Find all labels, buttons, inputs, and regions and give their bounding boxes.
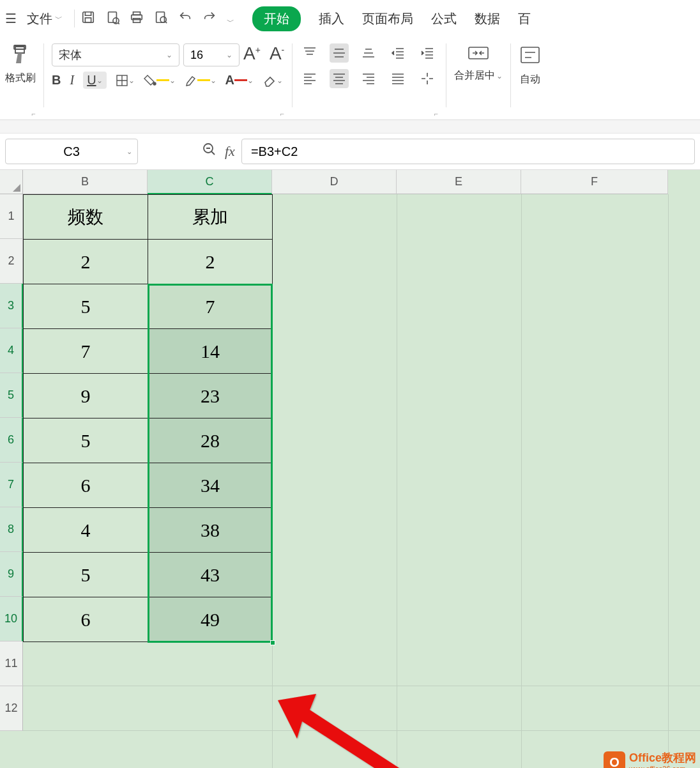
tab-formula[interactable]: 公式 bbox=[431, 10, 457, 27]
eraser-button[interactable]: ⌄ bbox=[262, 73, 283, 88]
fill-color-button[interactable]: ⌄ bbox=[144, 74, 176, 87]
file-menu[interactable]: 文件 ﹀ bbox=[22, 8, 68, 30]
fill-handle[interactable] bbox=[270, 640, 275, 645]
row-header[interactable]: 7 bbox=[0, 463, 23, 507]
align-top-icon[interactable] bbox=[300, 43, 319, 63]
dialog-launcher-icon[interactable]: ⌐ bbox=[32, 110, 36, 118]
dialog-launcher-icon[interactable]: ⌐ bbox=[280, 110, 284, 118]
cell[interactable]: 累加 bbox=[148, 195, 273, 240]
cell[interactable]: 4 bbox=[24, 508, 148, 553]
redo-icon[interactable] bbox=[202, 10, 217, 27]
svg-point-11 bbox=[153, 82, 156, 85]
ribbon-tabs: 开始 插入 页面布局 公式 数据 百 bbox=[252, 6, 531, 31]
cell[interactable]: 9 bbox=[24, 374, 148, 419]
wrap-text-icon[interactable] bbox=[519, 43, 542, 69]
svg-rect-13 bbox=[521, 47, 539, 63]
column-headers: B C D E F bbox=[23, 170, 668, 194]
tab-layout[interactable]: 页面布局 bbox=[362, 10, 413, 27]
cell[interactable]: 28 bbox=[148, 419, 273, 463]
spreadsheet-grid[interactable]: B C D E F 1 2 3 4 5 6 7 8 9 10 11 12 频数累… bbox=[0, 170, 700, 768]
undo-icon[interactable] bbox=[178, 10, 192, 27]
tab-start[interactable]: 开始 bbox=[252, 6, 301, 31]
row-header[interactable]: 2 bbox=[0, 239, 23, 284]
cell[interactable]: 14 bbox=[148, 329, 273, 374]
format-painter-icon[interactable] bbox=[9, 43, 32, 69]
bold-button[interactable]: B bbox=[52, 73, 61, 88]
cell[interactable]: 5 bbox=[24, 284, 148, 329]
cell[interactable]: 34 bbox=[148, 463, 273, 508]
cell[interactable]: 5 bbox=[24, 553, 148, 597]
distribute-icon[interactable] bbox=[388, 69, 407, 88]
cell[interactable]: 频数 bbox=[24, 195, 148, 240]
name-box[interactable]: C3 ⌄ bbox=[5, 139, 138, 164]
cell-active[interactable]: 7 bbox=[148, 284, 273, 329]
row-header[interactable]: 11 bbox=[0, 641, 23, 686]
print-preview-icon[interactable] bbox=[105, 10, 119, 27]
cell[interactable]: 23 bbox=[148, 374, 273, 419]
wrap-text-label: 自动 bbox=[520, 73, 540, 86]
orientation-icon[interactable] bbox=[418, 69, 437, 88]
save-icon[interactable] bbox=[81, 10, 95, 27]
row-header[interactable]: 8 bbox=[0, 507, 23, 552]
divider bbox=[74, 10, 75, 27]
zoom-icon[interactable] bbox=[202, 142, 217, 161]
col-header-e[interactable]: E bbox=[397, 170, 521, 194]
highlight-button[interactable]: ⌄ bbox=[185, 74, 217, 87]
tab-data[interactable]: 数据 bbox=[475, 10, 500, 27]
increase-indent-icon[interactable] bbox=[418, 43, 437, 63]
align-left-icon[interactable] bbox=[300, 69, 319, 88]
dialog-launcher-icon[interactable]: ⌐ bbox=[434, 110, 438, 118]
row-header[interactable]: 9 bbox=[0, 552, 23, 597]
cell[interactable]: 5 bbox=[24, 419, 148, 463]
align-bottom-icon[interactable] bbox=[359, 43, 378, 63]
col-header-f[interactable]: F bbox=[521, 170, 668, 194]
fx-icon[interactable]: fx bbox=[225, 143, 235, 160]
select-all-corner[interactable] bbox=[0, 170, 23, 194]
cell[interactable]: 7 bbox=[24, 329, 148, 374]
cell[interactable]: 38 bbox=[148, 508, 273, 553]
watermark-title: Office教程网 bbox=[629, 752, 696, 765]
row-header[interactable]: 12 bbox=[0, 686, 23, 731]
decrease-font-icon[interactable]: A- bbox=[270, 43, 284, 66]
col-header-d[interactable]: D bbox=[272, 170, 397, 194]
merge-center-icon[interactable] bbox=[468, 43, 489, 65]
font-size-select[interactable]: 16 ⌄ bbox=[183, 43, 240, 66]
row-header[interactable]: 1 bbox=[0, 194, 23, 239]
cell[interactable]: 6 bbox=[24, 463, 148, 508]
cell[interactable]: 2 bbox=[24, 240, 148, 284]
hamburger-icon[interactable]: ☰ bbox=[5, 11, 17, 26]
align-center-icon[interactable] bbox=[330, 69, 349, 88]
cell[interactable]: 49 bbox=[148, 597, 273, 642]
row-header[interactable]: 10 bbox=[0, 597, 23, 641]
row-header[interactable]: 5 bbox=[0, 373, 23, 418]
col-header-b[interactable]: B bbox=[23, 170, 148, 194]
chevron-down-icon: ⌄ bbox=[166, 50, 172, 59]
row-header[interactable]: 6 bbox=[0, 418, 23, 463]
italic-button[interactable]: I bbox=[70, 73, 74, 88]
merge-center-label[interactable]: 合并居中⌄ bbox=[454, 69, 503, 82]
svg-rect-0 bbox=[83, 12, 94, 22]
tab-more[interactable]: 百 bbox=[518, 10, 531, 27]
tab-insert[interactable]: 插入 bbox=[319, 10, 344, 27]
border-button[interactable]: ⌄ bbox=[116, 74, 135, 87]
row-header[interactable]: 3 bbox=[0, 284, 23, 328]
chevron-down-icon: ﹀ bbox=[55, 13, 63, 24]
cell[interactable]: 43 bbox=[148, 553, 273, 597]
align-right-icon[interactable] bbox=[359, 69, 378, 88]
formula-input[interactable]: =B3+C2 bbox=[241, 139, 695, 164]
increase-font-icon[interactable]: A+ bbox=[243, 43, 261, 66]
font-color-button[interactable]: A ⌄ bbox=[225, 73, 254, 88]
underline-button[interactable]: U ⌄ bbox=[83, 72, 106, 89]
quick-access-toolbar: ﹀ bbox=[81, 10, 234, 27]
qat-more-icon[interactable]: ﹀ bbox=[227, 17, 234, 27]
cell[interactable]: 2 bbox=[148, 240, 273, 284]
decrease-indent-icon[interactable] bbox=[388, 43, 407, 63]
font-name-select[interactable]: 宋体 ⌄ bbox=[52, 43, 179, 66]
svg-rect-12 bbox=[469, 47, 488, 59]
print-icon[interactable] bbox=[130, 10, 144, 27]
align-middle-icon[interactable] bbox=[330, 43, 349, 63]
find-icon[interactable] bbox=[154, 10, 168, 27]
col-header-c[interactable]: C bbox=[148, 170, 272, 194]
row-header[interactable]: 4 bbox=[0, 328, 23, 373]
cell[interactable]: 6 bbox=[24, 597, 148, 642]
